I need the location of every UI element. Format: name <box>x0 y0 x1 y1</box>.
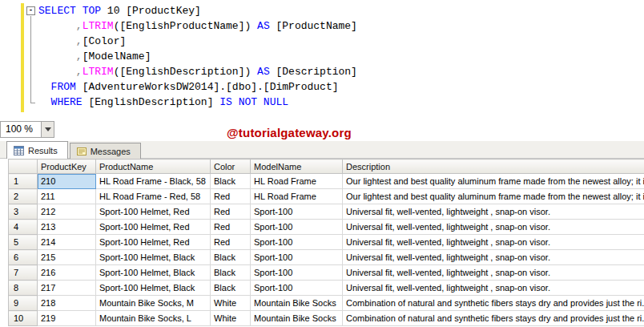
code-line[interactable]: ,LTRIM([EnglishDescription]) AS [Descrip… <box>38 64 357 79</box>
code-token <box>38 20 76 32</box>
grid-column-header[interactable]: Color <box>211 159 251 174</box>
code-token <box>38 66 76 78</box>
grid-cell[interactable]: Black <box>211 265 251 281</box>
grid-cell[interactable]: Sport-100 <box>251 220 343 235</box>
code-line[interactable]: FROM [AdventureWorksDW2014].[dbo].[DimPr… <box>38 79 357 95</box>
grid-cell[interactable]: 216 <box>38 265 96 281</box>
grid-cell[interactable]: Black <box>211 281 251 296</box>
sql-editor[interactable]: - SELECT TOP 10 [ProductKey] ,LTRIM([Eng… <box>0 0 644 120</box>
grid-cell[interactable]: Sport-100 Helmet, Black <box>96 281 211 296</box>
grid-cell[interactable]: Combination of natural and synthetic fib… <box>343 296 644 311</box>
code-token: WHERE <box>51 96 83 108</box>
outline-margin: - <box>24 0 38 120</box>
zoom-dropdown[interactable]: 100 % <box>0 121 54 138</box>
tab-messages[interactable]: Messages <box>70 143 141 159</box>
grid-cell[interactable]: Universal fit, well-vented, lightweight … <box>343 204 644 220</box>
editor-selection-margin <box>0 0 21 120</box>
grid-cell[interactable]: Our lightest and best quality aluminum f… <box>343 189 644 204</box>
collapse-region-icon[interactable]: - <box>26 6 35 15</box>
grid-cell[interactable]: Sport-100 <box>251 250 343 265</box>
grid-cell[interactable]: Red <box>211 189 251 204</box>
tab-label: Messages <box>91 147 131 156</box>
grid-cell[interactable]: 214 <box>38 235 96 250</box>
grid-row-number[interactable]: 5 <box>9 235 38 250</box>
grid-cell[interactable]: Universal fit, well-vented, lightweight … <box>343 281 644 296</box>
grid-column-header[interactable]: Description <box>343 159 644 174</box>
grid-cell[interactable]: Sport-100 <box>251 265 343 281</box>
code-line[interactable]: ,[Color] <box>38 34 357 49</box>
code-token: AS <box>257 20 270 32</box>
grid-cell[interactable]: Red <box>211 220 251 235</box>
grid-cell[interactable]: Sport-100 Helmet, Red <box>96 220 211 235</box>
grid-corner-cell[interactable] <box>9 159 38 174</box>
grid-row-number[interactable]: 9 <box>9 296 38 311</box>
grid-column-header[interactable]: ProductKey <box>38 159 96 174</box>
grid-cell[interactable]: 212 <box>38 204 96 220</box>
grid-row-number[interactable]: 10 <box>9 311 38 326</box>
table-row: 8217Sport-100 Helmet, BlackBlackSport-10… <box>9 281 644 296</box>
grid-column-header[interactable]: ModelName <box>251 159 343 174</box>
grid-cell[interactable]: 219 <box>38 311 96 326</box>
grid-cell[interactable]: White <box>211 296 251 311</box>
results-table: ProductKeyProductNameColorModelNameDescr… <box>8 159 644 326</box>
grid-cell[interactable]: Red <box>211 235 251 250</box>
grid-row-number[interactable]: 4 <box>9 220 38 235</box>
grid-row-number[interactable]: 2 <box>9 189 38 204</box>
grid-cell[interactable]: Sport-100 Helmet, Red <box>96 204 211 220</box>
grid-cell[interactable]: Sport-100 Helmet, Black <box>96 265 211 281</box>
grid-cell[interactable]: 215 <box>38 250 96 265</box>
grid-cell[interactable]: Combination of natural and synthetic fib… <box>343 311 644 326</box>
grid-cell[interactable]: Mountain Bike Socks, M <box>96 296 211 311</box>
grid-cell[interactable]: Sport-100 <box>251 235 343 250</box>
code-line[interactable]: ,[ModelName] <box>38 49 357 64</box>
grid-cell[interactable]: Mountain Bike Socks <box>251 311 343 326</box>
grid-cell[interactable]: Universal fit, well-vented, lightweight … <box>343 220 644 235</box>
grid-cell[interactable]: Black <box>211 250 251 265</box>
grid-cell[interactable]: White <box>211 311 251 326</box>
grid-cell[interactable]: 218 <box>38 296 96 311</box>
tab-label: Results <box>28 146 58 155</box>
grid-cell[interactable]: Sport-100 <box>251 281 343 296</box>
grid-cell[interactable]: Our lightest and best quality aluminum f… <box>343 174 644 189</box>
grid-cell[interactable]: Universal fit, well-vented, lightweight … <box>343 235 644 250</box>
table-row: 4213Sport-100 Helmet, RedRedSport-100Uni… <box>9 220 644 235</box>
code-token: [EnglishDescription] <box>83 96 220 108</box>
grid-cell[interactable]: Mountain Bike Socks <box>251 296 343 311</box>
grid-cell[interactable]: Universal fit, well-vented, lightweight … <box>343 265 644 281</box>
grid-cell[interactable]: Red <box>211 204 251 220</box>
grid-cell[interactable]: 213 <box>38 220 96 235</box>
results-tab-bar: Results Messages <box>0 141 644 159</box>
grid-row-number[interactable]: 1 <box>9 174 38 189</box>
grid-row-number[interactable]: 8 <box>9 281 38 296</box>
code-token: [ProductName] <box>270 20 357 32</box>
outline-hook <box>30 103 35 103</box>
messages-note-icon <box>77 147 87 156</box>
grid-cell[interactable]: Universal fit, well-vented, lightweight … <box>343 250 644 265</box>
code-line[interactable]: WHERE [EnglishDescription] IS NOT NULL <box>38 95 357 110</box>
grid-cell[interactable]: HL Road Frame <box>251 174 343 189</box>
grid-cell[interactable]: Black <box>211 174 251 189</box>
grid-row-number[interactable]: 7 <box>9 265 38 281</box>
code-lines[interactable]: SELECT TOP 10 [ProductKey] ,LTRIM([Engli… <box>38 0 357 120</box>
grid-cell[interactable]: HL Road Frame - Red, 58 <box>96 189 211 204</box>
grid-cell[interactable]: Sport-100 <box>251 204 343 220</box>
table-row: 3212Sport-100 Helmet, RedRedSport-100Uni… <box>9 204 644 220</box>
grid-cell[interactable]: 211 <box>38 189 96 204</box>
grid-cell[interactable]: 210 <box>38 174 96 189</box>
code-token: FROM <box>51 81 76 93</box>
code-token: TOP <box>83 5 101 17</box>
grid-row-number[interactable]: 3 <box>9 204 38 220</box>
code-line[interactable]: SELECT TOP 10 [ProductKey] <box>38 3 357 18</box>
grid-cell[interactable]: Sport-100 Helmet, Black <box>96 250 211 265</box>
grid-cell[interactable]: Sport-100 Helmet, Red <box>96 235 211 250</box>
code-line[interactable]: ,LTRIM([EnglishProductName]) AS [Product… <box>38 18 357 34</box>
tab-results[interactable]: Results <box>6 141 68 159</box>
grid-cell[interactable]: HL Road Frame - Black, 58 <box>96 174 211 189</box>
table-row: 9218Mountain Bike Socks, MWhiteMountain … <box>9 296 644 311</box>
grid-row-number[interactable]: 6 <box>9 250 38 265</box>
chevron-down-icon[interactable] <box>41 122 54 137</box>
grid-cell[interactable]: Mountain Bike Socks, L <box>96 311 211 326</box>
grid-cell[interactable]: HL Road Frame <box>251 189 343 204</box>
grid-column-header[interactable]: ProductName <box>96 159 211 174</box>
grid-cell[interactable]: 217 <box>38 281 96 296</box>
